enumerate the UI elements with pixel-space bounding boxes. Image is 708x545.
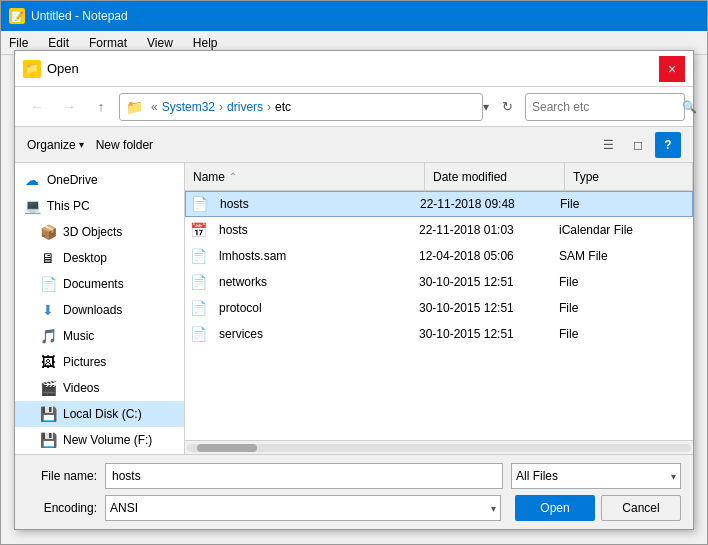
file-name: hosts xyxy=(212,197,412,211)
organize-button[interactable]: Organize ▾ xyxy=(27,138,84,152)
horizontal-scrollbar[interactable] xyxy=(185,440,693,454)
notepad-titlebar: 📝 Untitled - Notepad xyxy=(1,1,707,31)
sidebar-item-downloads[interactable]: ⬇ Downloads xyxy=(15,297,184,323)
table-row[interactable]: 📄 protocol 30-10-2015 12:51 File xyxy=(185,295,693,321)
open-dialog: 📁 Open × ← → ↑ 📁 « System32 › drivers › … xyxy=(14,50,694,530)
encoding-value: ANSI xyxy=(110,501,138,515)
filename-row: File name: All Files ▾ xyxy=(27,463,681,489)
help-button[interactable]: ? xyxy=(655,132,681,158)
close-button[interactable]: × xyxy=(659,56,685,82)
file-type: File xyxy=(551,327,689,341)
view-icons: ☰ ◻ ? xyxy=(595,132,681,158)
open-button[interactable]: Open xyxy=(515,495,595,521)
col-header-type[interactable]: Type xyxy=(565,163,693,190)
filetype-value: All Files xyxy=(516,469,558,483)
pictures-icon: 🖼 xyxy=(39,353,57,371)
breadcrumb-expand[interactable]: ▾ xyxy=(483,100,489,114)
encoding-dropdown[interactable]: ANSI ▾ xyxy=(105,495,501,521)
file-icon: 📄 xyxy=(190,195,208,213)
file-icon: 📄 xyxy=(189,299,207,317)
menu-edit[interactable]: Edit xyxy=(44,34,73,52)
filename-input[interactable] xyxy=(105,463,503,489)
breadcrumb-bar[interactable]: 📁 « System32 › drivers › etc xyxy=(119,93,483,121)
sidebar-item-videos[interactable]: 🎬 Videos xyxy=(15,375,184,401)
table-row[interactable]: 📅 hosts 22-11-2018 01:03 iCalendar File xyxy=(185,217,693,243)
menu-format[interactable]: Format xyxy=(85,34,131,52)
scroll-track xyxy=(187,444,691,452)
menu-help[interactable]: Help xyxy=(189,34,222,52)
file-name: hosts xyxy=(211,223,411,237)
sidebar-item-3dobjects[interactable]: 📦 3D Objects xyxy=(15,219,184,245)
sidebar-item-newvolume-f[interactable]: 💾 New Volume (F:) xyxy=(15,427,184,453)
file-date: 30-10-2015 12:51 xyxy=(411,327,551,341)
file-icon: 📄 xyxy=(189,273,207,291)
encoding-arrow: ▾ xyxy=(491,503,496,514)
file-name: protocol xyxy=(211,301,411,315)
filename-label: File name: xyxy=(27,469,97,483)
sidebar-label-music: Music xyxy=(63,329,94,343)
sidebar-item-thispc[interactable]: 💻 This PC xyxy=(15,193,184,219)
filetype-arrow: ▾ xyxy=(671,471,676,482)
file-icon: 📄 xyxy=(189,325,207,343)
file-name: lmhosts.sam xyxy=(211,249,411,263)
sidebar-label-documents: Documents xyxy=(63,277,124,291)
file-name: networks xyxy=(211,275,411,289)
menu-file[interactable]: File xyxy=(5,34,32,52)
table-row[interactable]: 📄 hosts 22-11-2018 09:48 File xyxy=(185,191,693,217)
sidebar-label-pictures: Pictures xyxy=(63,355,106,369)
sidebar-label-videos: Videos xyxy=(63,381,99,395)
breadcrumb-drivers[interactable]: drivers xyxy=(227,100,263,114)
file-icon: 📅 xyxy=(189,221,207,239)
dialog-toolbar: ← → ↑ 📁 « System32 › drivers › etc ▾ ↻ 🔍 xyxy=(15,87,693,127)
encoding-label: Encoding: xyxy=(27,501,97,515)
file-type: iCalendar File xyxy=(551,223,689,237)
col-header-name[interactable]: Name ⌃ xyxy=(185,163,425,190)
file-list: 📄 hosts 22-11-2018 09:48 File 📅 hosts 22… xyxy=(185,191,693,440)
new-folder-button[interactable]: New folder xyxy=(96,138,153,152)
scroll-thumb xyxy=(197,444,257,452)
sidebar-item-pictures[interactable]: 🖼 Pictures xyxy=(15,349,184,375)
menu-view[interactable]: View xyxy=(143,34,177,52)
newvolume-f-icon: 💾 xyxy=(39,431,57,449)
organize-arrow: ▾ xyxy=(79,139,84,150)
breadcrumb-system32[interactable]: System32 xyxy=(162,100,215,114)
view-details-panel-button[interactable]: ◻ xyxy=(625,132,651,158)
file-type: File xyxy=(551,275,689,289)
dialog-titlebar: 📁 Open × xyxy=(15,51,693,87)
file-date: 22-11-2018 09:48 xyxy=(412,197,552,211)
sidebar-item-documents[interactable]: 📄 Documents xyxy=(15,271,184,297)
notepad-icon: 📝 xyxy=(9,8,25,24)
table-row[interactable]: 📄 lmhosts.sam 12-04-2018 05:06 SAM File xyxy=(185,243,693,269)
search-input[interactable] xyxy=(532,100,682,114)
encoding-row: Encoding: ANSI ▾ Open Cancel xyxy=(27,495,681,521)
table-row[interactable]: 📄 services 30-10-2015 12:51 File xyxy=(185,321,693,347)
search-box: 🔍 xyxy=(525,93,685,121)
file-type: File xyxy=(551,301,689,315)
file-list-header: Name ⌃ Date modified Type xyxy=(185,163,693,191)
refresh-button[interactable]: ↻ xyxy=(493,93,521,121)
localdisk-c-icon: 💾 xyxy=(39,405,57,423)
up-button[interactable]: ↑ xyxy=(87,93,115,121)
back-button[interactable]: ← xyxy=(23,93,51,121)
sidebar-item-localdisk-c[interactable]: 💾 Local Disk (C:) xyxy=(15,401,184,427)
dialog-bottom: File name: All Files ▾ Encoding: ANSI ▾ … xyxy=(15,454,693,529)
desktop-icon: 🖥 xyxy=(39,249,57,267)
sidebar-label-localdisk-c: Local Disk (C:) xyxy=(63,407,142,421)
documents-icon: 📄 xyxy=(39,275,57,293)
breadcrumb-etc: etc xyxy=(275,100,291,114)
dialog-title: Open xyxy=(47,61,659,76)
filetype-dropdown[interactable]: All Files ▾ xyxy=(511,463,681,489)
table-row[interactable]: 📄 networks 30-10-2015 12:51 File xyxy=(185,269,693,295)
sidebar-label-onedrive: OneDrive xyxy=(47,173,98,187)
file-name: services xyxy=(211,327,411,341)
dialog-icon: 📁 xyxy=(23,60,41,78)
music-icon: 🎵 xyxy=(39,327,57,345)
view-details-button[interactable]: ☰ xyxy=(595,132,621,158)
sidebar-item-music[interactable]: 🎵 Music xyxy=(15,323,184,349)
file-icon: 📄 xyxy=(189,247,207,265)
sidebar-item-desktop[interactable]: 🖥 Desktop xyxy=(15,245,184,271)
sidebar-item-onedrive[interactable]: ☁ OneDrive xyxy=(15,167,184,193)
cancel-button[interactable]: Cancel xyxy=(601,495,681,521)
col-header-date[interactable]: Date modified xyxy=(425,163,565,190)
forward-button[interactable]: → xyxy=(55,93,83,121)
